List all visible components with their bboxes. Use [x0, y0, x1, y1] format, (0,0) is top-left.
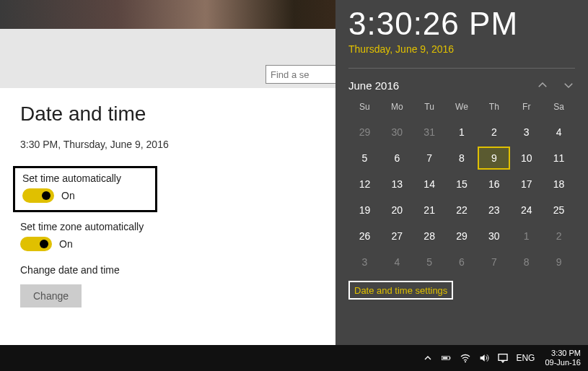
calendar-day[interactable]: 8	[446, 147, 478, 170]
change-button[interactable]: Change	[20, 284, 82, 307]
auto-zone-label: Set time zone automatically	[20, 221, 315, 232]
calendar-dow: Sa	[543, 99, 575, 118]
calendar-day[interactable]: 29	[446, 224, 478, 248]
taskbar-clock[interactable]: 3:30 PM 09-Jun-16	[545, 349, 581, 367]
calendar-day[interactable]: 14	[413, 173, 446, 196]
calendar-day[interactable]: 3	[348, 250, 381, 274]
battery-icon[interactable]	[441, 352, 452, 364]
calendar-day[interactable]: 9	[543, 250, 575, 274]
date-time-settings-pane: Date and time 3:30 PM, Thursday, June 9,…	[0, 88, 335, 335]
calendar-day[interactable]: 5	[348, 147, 381, 170]
calendar-day[interactable]: 23	[478, 198, 510, 222]
calendar-day[interactable]: 11	[543, 147, 575, 170]
auto-zone-toggle[interactable]	[20, 237, 52, 251]
calendar-day[interactable]: 2	[478, 121, 510, 144]
calendar-day[interactable]: 31	[413, 121, 446, 144]
calendar-day[interactable]: 17	[510, 173, 543, 196]
auto-time-label: Set time automatically	[22, 173, 148, 184]
calendar-day[interactable]: 5	[413, 250, 446, 274]
calendar-day[interactable]: 12	[348, 173, 381, 196]
calendar-day[interactable]: 21	[413, 198, 446, 222]
calendar-day[interactable]: 30	[478, 224, 510, 248]
calendar-day[interactable]: 19	[348, 198, 381, 222]
auto-zone-state: On	[59, 238, 73, 250]
svg-rect-4	[499, 354, 507, 361]
wifi-icon[interactable]	[460, 352, 471, 364]
taskbar-date: 09-Jun-16	[545, 358, 581, 367]
calendar-day[interactable]: 18	[543, 173, 575, 196]
flyout-date[interactable]: Thursday, June 9, 2016	[348, 43, 575, 55]
taskbar[interactable]: ENG 3:30 PM 09-Jun-16	[0, 345, 588, 371]
calendar-day[interactable]: 2	[543, 224, 575, 248]
calendar-dow: Su	[348, 99, 381, 118]
svg-point-3	[465, 361, 466, 362]
calendar-day[interactable]: 24	[510, 198, 543, 222]
chevron-up-icon[interactable]	[536, 79, 549, 92]
calendar-day[interactable]: 13	[381, 173, 413, 196]
calendar-day[interactable]: 7	[478, 250, 510, 274]
search-input[interactable]	[266, 65, 338, 84]
taskbar-time: 3:30 PM	[545, 349, 581, 358]
calendar-day[interactable]: 6	[446, 250, 478, 274]
calendar-dow: Th	[478, 99, 510, 118]
calendar-day[interactable]: 8	[510, 250, 543, 274]
clock-calendar-flyout: 3:30:26 PM Thursday, June 9, 2016 June 2…	[335, 0, 588, 345]
tray-expand-icon[interactable]	[422, 352, 434, 364]
calendar-dow: Mo	[381, 99, 413, 118]
auto-time-highlight: Set time automatically On	[13, 166, 157, 212]
calendar-dow: Fr	[510, 99, 543, 118]
calendar-dow: We	[446, 99, 478, 118]
calendar-day[interactable]: 4	[381, 250, 413, 274]
calendar-day[interactable]: 15	[446, 173, 478, 196]
chevron-down-icon[interactable]	[562, 79, 575, 92]
calendar-day[interactable]: 20	[381, 198, 413, 222]
calendar-day[interactable]: 4	[543, 121, 575, 144]
calendar-day[interactable]: 10	[510, 147, 543, 170]
calendar-grid: SuMoTuWeThFrSa29303112345678910111213141…	[348, 99, 575, 274]
auto-time-state: On	[61, 190, 75, 201]
svg-rect-1	[449, 357, 450, 359]
flyout-time: 3:30:26 PM	[348, 6, 575, 42]
page-title: Date and time	[20, 102, 315, 126]
calendar-day[interactable]: 30	[381, 121, 413, 144]
calendar-month-label[interactable]: June 2016	[348, 79, 399, 92]
language-indicator[interactable]: ENG	[516, 353, 535, 363]
calendar-day[interactable]: 29	[348, 121, 381, 144]
svg-rect-2	[443, 357, 448, 359]
action-center-icon[interactable]	[497, 352, 509, 364]
calendar-day[interactable]: 26	[348, 224, 381, 248]
calendar-day[interactable]: 7	[413, 147, 446, 170]
calendar-day-today[interactable]: 9	[478, 147, 510, 170]
calendar-day[interactable]: 28	[413, 224, 446, 248]
calendar-day[interactable]: 6	[381, 147, 413, 170]
auto-time-toggle[interactable]	[22, 188, 54, 203]
date-time-settings-link[interactable]: Date and time settings	[354, 285, 447, 296]
volume-icon[interactable]	[478, 352, 490, 364]
change-datetime-label: Change date and time	[20, 264, 315, 276]
calendar-day[interactable]: 16	[478, 173, 510, 196]
calendar-day[interactable]: 22	[446, 198, 478, 222]
current-datetime-text: 3:30 PM, Thursday, June 9, 2016	[20, 139, 315, 150]
calendar-day[interactable]: 1	[446, 121, 478, 144]
calendar-day[interactable]: 25	[543, 198, 575, 222]
settings-link-highlight: Date and time settings	[348, 281, 453, 300]
calendar-day[interactable]: 1	[510, 224, 543, 248]
calendar-day[interactable]: 27	[381, 224, 413, 248]
calendar-dow: Tu	[413, 99, 446, 118]
calendar-day[interactable]: 3	[510, 121, 543, 144]
